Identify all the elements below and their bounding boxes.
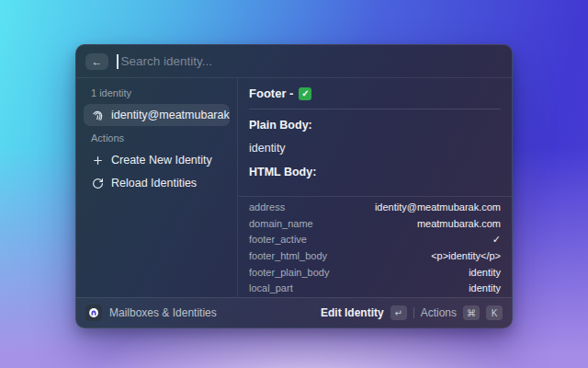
meta-value: <p>identity</p> xyxy=(431,250,501,261)
meta-key: domain_name xyxy=(249,218,313,229)
actions-section-header: Actions xyxy=(84,127,230,149)
table-row: address identity@meatmubarak.com xyxy=(249,199,501,215)
detail-body: Footer - ✓ Plain Body: identity HTML Bod… xyxy=(238,78,512,196)
meta-key: footer_html_body xyxy=(249,250,327,261)
k-key-icon: K xyxy=(486,305,503,320)
status-actions: Edit Identity ↵ Actions ⌘ K xyxy=(321,305,503,320)
status-bar: Mailboxes & Identities Edit Identity ↵ A… xyxy=(76,297,512,328)
migadu-logo-icon xyxy=(85,305,102,321)
search-input[interactable] xyxy=(121,54,503,68)
cmd-key-icon: ⌘ xyxy=(463,305,480,320)
app-name: Mailboxes & Identities xyxy=(109,306,217,319)
main-area: 1 identity identity@meatmubarak.com Acti… xyxy=(76,78,512,297)
edit-identity-button[interactable]: Edit Identity xyxy=(321,306,384,319)
table-row: footer_html_body <p>identity</p> xyxy=(249,247,501,264)
return-key-icon: ↵ xyxy=(390,305,407,320)
text-cursor xyxy=(117,54,119,69)
search-bar: ← xyxy=(76,45,512,78)
table-row: footer_plain_body identity xyxy=(249,264,501,281)
meta-value checkmark: ✓ xyxy=(492,234,501,246)
meta-value: identity xyxy=(469,267,501,278)
actions-menu-button[interactable]: Actions xyxy=(421,306,457,319)
meta-value: meatmubarak.com xyxy=(417,218,501,229)
sidebar: 1 identity identity@meatmubarak.com Acti… xyxy=(76,78,238,297)
sidebar-item-identity[interactable]: identity@meatmubarak.com xyxy=(84,104,230,126)
launcher-window: ← 1 identity identity@meatmubarak.com Ac… xyxy=(75,44,513,328)
html-body-label: HTML Body: xyxy=(249,166,501,178)
detail-divider xyxy=(249,109,501,109)
sidebar-item-label: Create New Identity xyxy=(111,154,212,167)
meta-key: local_part xyxy=(249,282,293,293)
sidebar-item-label: identity@meatmubarak.com xyxy=(111,109,230,121)
table-row: footer_active ✓ xyxy=(249,232,501,248)
divider xyxy=(413,307,414,318)
check-emoji-icon: ✓ xyxy=(299,87,311,100)
sidebar-item-label: Reload Identities xyxy=(111,177,197,190)
meta-value: identity@meatmubarak.com xyxy=(375,201,501,213)
metadata-table: address identity@meatmubarak.com domain_… xyxy=(238,196,512,297)
fingerprint-icon xyxy=(91,109,104,121)
identity-section-header: 1 identity xyxy=(84,82,230,104)
detail-title-row: Footer - ✓ xyxy=(249,86,501,100)
table-row: local_part identity xyxy=(249,280,501,296)
plain-body-value: identity xyxy=(249,142,501,155)
sidebar-item-create-identity[interactable]: Create New Identity xyxy=(84,149,230,171)
plain-body-label: Plain Body: xyxy=(249,119,501,132)
detail-title: Footer - xyxy=(249,86,293,100)
sidebar-item-reload-identities[interactable]: Reload Identities xyxy=(84,172,230,194)
meta-key: address xyxy=(249,201,285,213)
meta-key: footer_active xyxy=(249,234,307,245)
reload-icon xyxy=(91,177,104,190)
plus-icon xyxy=(91,154,104,167)
meta-key: footer_plain_body xyxy=(249,267,329,278)
back-button[interactable]: ← xyxy=(85,53,108,70)
meta-value: identity xyxy=(469,282,501,293)
detail-pane: Footer - ✓ Plain Body: identity HTML Bod… xyxy=(238,78,512,297)
table-row: domain_name meatmubarak.com xyxy=(249,215,501,232)
